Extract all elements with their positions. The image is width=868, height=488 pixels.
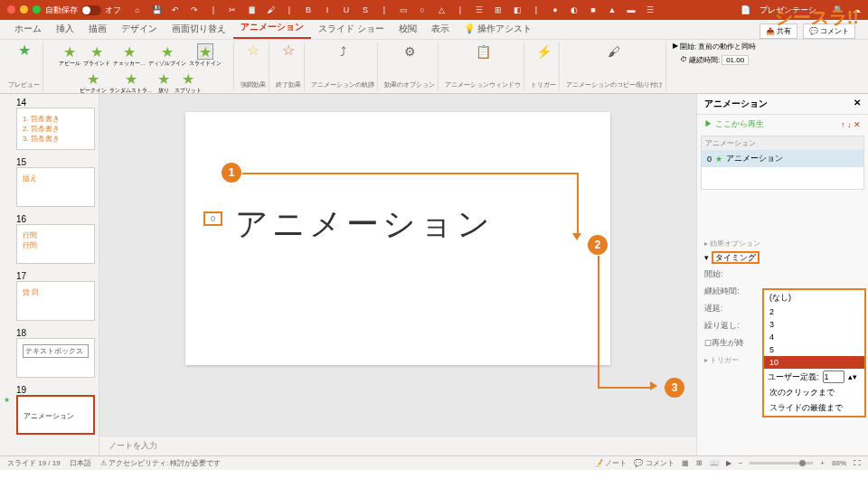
tab-tellme[interactable]: 💡 操作アシスト bbox=[457, 19, 539, 39]
tab-transition[interactable]: 画面切り替え bbox=[165, 19, 233, 39]
redo-icon[interactable]: ↷ bbox=[189, 5, 200, 15]
effect-appear[interactable]: ★ bbox=[61, 43, 78, 60]
doc-icon: 📄 bbox=[741, 5, 750, 14]
status-bar: スライド 19 / 19 日本語 ⚠ アクセシビリティ: 検討が必要です 📝 ノ… bbox=[0, 455, 868, 470]
animation-pane: アニメーション✕ ▶ ここから再生↑ ↓ ✕ アニメーション 0★アニメーション… bbox=[696, 94, 868, 455]
notes-toggle[interactable]: 📝 ノート bbox=[594, 458, 627, 468]
qat-icons[interactable]: ⌂💾↶↷ |✂📋🖌|BIUS |▭○△|☰⊞◧ |●◐■▲▬☰ bbox=[132, 5, 656, 15]
autosave-toggle[interactable] bbox=[81, 5, 101, 15]
tab-draw[interactable]: 描画 bbox=[81, 19, 114, 39]
ribbon: ★ プレビュー ★アピール ★ブラインド ★チェッカー… ★ディゾルブイン ★ス… bbox=[0, 40, 868, 94]
effect-blinds[interactable]: ★ bbox=[89, 43, 105, 60]
tab-home[interactable]: ホーム bbox=[7, 19, 49, 39]
thumb-19[interactable]: アニメーション bbox=[16, 395, 95, 435]
user-count-input[interactable] bbox=[823, 371, 844, 383]
callout-1: 1 bbox=[222, 163, 241, 183]
effect-random[interactable]: ★ bbox=[123, 70, 139, 87]
callout-3: 3 bbox=[665, 378, 684, 398]
window-controls[interactable] bbox=[7, 5, 41, 14]
motion-button[interactable]: ⤴ bbox=[333, 42, 353, 61]
timing-section[interactable]: タイミング bbox=[712, 251, 760, 264]
undo-icon[interactable]: ↶ bbox=[170, 5, 181, 15]
thumb-14[interactable]: 1. 箇条書き2. 箇条書き3. 箇条書き bbox=[16, 108, 95, 150]
options-button[interactable]: ⚙ bbox=[400, 42, 420, 61]
thumb-15[interactable]: 描え bbox=[16, 167, 95, 207]
slide-thumbnails: 141. 箇条書き2. 箇条書き3. 箇条書き 15描え 16行間行間 17貨 … bbox=[0, 94, 99, 455]
callout-2: 2 bbox=[588, 235, 608, 255]
tab-review[interactable]: 校閲 bbox=[392, 19, 424, 39]
anim-list: アニメーション 0★アニメーション bbox=[701, 136, 864, 190]
tab-insert[interactable]: 挿入 bbox=[49, 19, 81, 39]
effect-dissolve[interactable]: ★ bbox=[159, 43, 175, 60]
tab-slideshow[interactable]: スライド ショー bbox=[311, 19, 392, 39]
canvas-area: 0 アニメーション ノートを入力 bbox=[99, 94, 696, 455]
save-icon[interactable]: 💾 bbox=[151, 5, 162, 15]
thumb-18[interactable]: テキストボックス bbox=[16, 338, 95, 378]
titlebar: 自動保存 オフ ⌂💾↶↷ |✂📋🖌|BIUS |▭○△|☰⊞◧ |●◐■▲▬☰ … bbox=[0, 0, 868, 20]
pane-button[interactable]: 📋 bbox=[473, 42, 493, 61]
pane-title: アニメーション bbox=[704, 98, 768, 110]
thumb-17[interactable]: 貨 回 bbox=[16, 281, 95, 321]
effect-throw[interactable]: ★ bbox=[156, 70, 172, 87]
effect-checker[interactable]: ★ bbox=[121, 43, 137, 60]
home-icon[interactable]: ⌂ bbox=[132, 5, 143, 15]
fit-icon[interactable]: ⛶ bbox=[854, 459, 861, 467]
tab-animation[interactable]: アニメーション bbox=[233, 17, 311, 39]
repeat-dropdown[interactable]: (なし) 2 3 4 5 10 ユーザー定義:▴▾ 次のクリックまで スライドの… bbox=[762, 288, 866, 418]
close-icon[interactable]: ✕ bbox=[854, 98, 861, 110]
lang-status[interactable]: 日本語 bbox=[70, 458, 91, 468]
slide-count: スライド 19 / 19 bbox=[7, 458, 61, 468]
zoom-value[interactable]: 88% bbox=[832, 459, 846, 467]
effect-split[interactable]: ★ bbox=[180, 70, 196, 87]
thumb-16[interactable]: 行間行間 bbox=[16, 224, 95, 264]
view-slideshow[interactable]: ▶ bbox=[726, 459, 731, 467]
slide-canvas[interactable]: 0 アニメーション bbox=[185, 112, 610, 365]
duration-input[interactable]: 01.00 bbox=[722, 55, 749, 65]
play-button[interactable]: ▶ ここから再生 bbox=[704, 118, 764, 130]
accessibility-status[interactable]: ⚠ アクセシビリティ: 検討が必要です bbox=[100, 458, 222, 468]
autosave-label: 自動保存 bbox=[45, 5, 78, 16]
notes-input[interactable]: ノートを入力 bbox=[99, 436, 696, 455]
view-reading[interactable]: 📖 bbox=[710, 459, 719, 467]
view-normal[interactable]: ▦ bbox=[682, 459, 689, 467]
copy-anim-button[interactable]: 🖌 bbox=[604, 42, 624, 61]
anim-item-0[interactable]: 0★アニメーション bbox=[702, 150, 863, 167]
zoom-slider[interactable] bbox=[750, 462, 813, 465]
emphasis-button[interactable]: ☆ bbox=[245, 42, 261, 58]
preview-label: プレビュー bbox=[8, 80, 40, 91]
trigger-button[interactable]: ⚡ bbox=[533, 42, 553, 61]
exit-button[interactable]: ☆ bbox=[280, 42, 297, 58]
tab-view[interactable]: 表示 bbox=[424, 19, 457, 39]
view-sorter[interactable]: ⊞ bbox=[696, 459, 703, 467]
slide-text[interactable]: アニメーション bbox=[235, 202, 494, 247]
tab-design[interactable]: デザイン bbox=[114, 19, 165, 39]
anim-tag[interactable]: 0 bbox=[203, 211, 222, 226]
comments-toggle[interactable]: 💬 コメント bbox=[634, 458, 674, 468]
preview-button[interactable]: ★ bbox=[16, 42, 33, 58]
brand-logo: シースラ!! bbox=[775, 5, 859, 30]
effect-peekin[interactable]: ★ bbox=[85, 70, 101, 87]
effect-slidein[interactable]: ★ bbox=[197, 43, 213, 60]
autosave-state: オフ bbox=[105, 5, 121, 16]
ribbon-tabs: ホーム 挿入 描画 デザイン 画面切り替え アニメーション スライド ショー 校… bbox=[0, 20, 868, 40]
